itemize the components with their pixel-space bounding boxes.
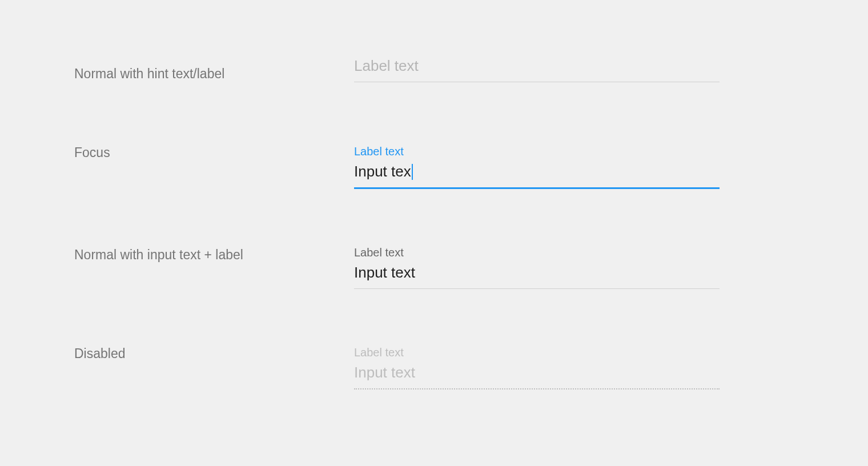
text-cursor (412, 164, 413, 180)
floating-label: Label text (354, 246, 720, 259)
state-caption: Disabled (74, 346, 354, 361)
input-value: Input text (354, 264, 720, 282)
text-field-normal[interactable]: Label text (354, 57, 720, 82)
state-caption: Normal with hint text/label (74, 57, 354, 82)
state-caption: Normal with input text + label (74, 246, 354, 263)
hint-text: Label text (354, 57, 720, 75)
input-value: Input tex (354, 163, 720, 180)
state-row-filled: Normal with input text + label Label tex… (74, 246, 799, 289)
text-field-focus[interactable]: Label text Input tex (354, 145, 720, 189)
state-caption: Focus (74, 145, 354, 160)
state-row-disabled: Disabled Label text Input text (74, 346, 799, 389)
input-value: Input text (354, 364, 720, 381)
text-field-disabled: Label text Input text (354, 346, 720, 389)
state-row-focus: Focus Label text Input tex (74, 145, 799, 189)
state-row-normal-hint: Normal with hint text/label Label text (74, 57, 799, 82)
floating-label: Label text (354, 145, 720, 158)
floating-label: Label text (354, 346, 720, 359)
text-field-filled[interactable]: Label text Input text (354, 246, 720, 289)
